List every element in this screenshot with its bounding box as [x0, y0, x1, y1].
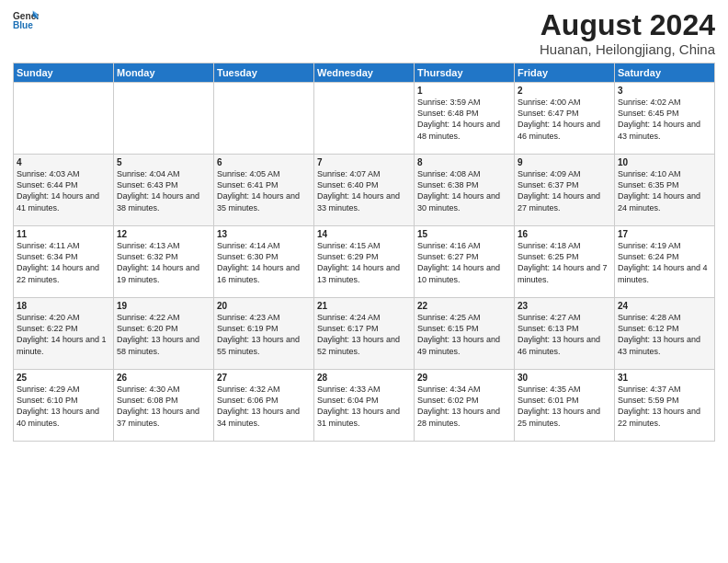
calendar-cell: 21Sunrise: 4:24 AMSunset: 6:17 PMDayligh…	[314, 298, 415, 370]
calendar-cell: 1Sunrise: 3:59 AMSunset: 6:48 PMDaylight…	[415, 83, 515, 155]
day-number: 7	[317, 157, 411, 167]
calendar-week-row: 25Sunrise: 4:29 AMSunset: 6:10 PMDayligh…	[14, 370, 715, 442]
calendar-cell: 31Sunrise: 4:37 AMSunset: 5:59 PMDayligh…	[615, 370, 715, 442]
day-info: Sunrise: 4:19 AMSunset: 6:24 PMDaylight:…	[618, 240, 711, 285]
day-number: 1	[417, 86, 511, 96]
svg-text:Blue: Blue	[13, 20, 33, 30]
calendar-week-row: 11Sunrise: 4:11 AMSunset: 6:34 PMDayligh…	[14, 226, 715, 298]
day-info: Sunrise: 4:11 AMSunset: 6:34 PMDaylight:…	[17, 240, 110, 285]
calendar-cell: 23Sunrise: 4:27 AMSunset: 6:13 PMDayligh…	[515, 298, 615, 370]
day-info: Sunrise: 4:25 AMSunset: 6:15 PMDaylight:…	[417, 312, 511, 357]
calendar-cell: 15Sunrise: 4:16 AMSunset: 6:27 PMDayligh…	[415, 226, 515, 298]
day-number: 16	[518, 229, 611, 239]
day-info: Sunrise: 4:02 AMSunset: 6:45 PMDaylight:…	[618, 97, 711, 142]
day-number: 27	[217, 373, 311, 383]
title-block: August 2024 Huanan, Heilongjiang, China	[540, 9, 715, 57]
calendar-cell: 5Sunrise: 4:04 AMSunset: 6:43 PMDaylight…	[114, 155, 214, 226]
calendar-cell: 17Sunrise: 4:19 AMSunset: 6:24 PMDayligh…	[615, 226, 715, 298]
dow-header-thursday: Thursday	[415, 63, 515, 83]
calendar-table: SundayMondayTuesdayWednesdayThursdayFrid…	[13, 63, 715, 442]
calendar-cell: 4Sunrise: 4:03 AMSunset: 6:44 PMDaylight…	[14, 155, 114, 226]
day-number: 19	[117, 301, 210, 311]
calendar-cell: 6Sunrise: 4:05 AMSunset: 6:41 PMDaylight…	[214, 155, 314, 226]
dow-header-sunday: Sunday	[14, 63, 114, 83]
day-number: 31	[618, 373, 711, 383]
calendar-week-row: 1Sunrise: 3:59 AMSunset: 6:48 PMDaylight…	[14, 83, 715, 155]
logo: General Blue	[13, 9, 39, 35]
calendar-cell: 19Sunrise: 4:22 AMSunset: 6:20 PMDayligh…	[114, 298, 214, 370]
day-number: 6	[217, 157, 311, 167]
day-number: 4	[17, 157, 110, 167]
calendar-cell: 12Sunrise: 4:13 AMSunset: 6:32 PMDayligh…	[114, 226, 214, 298]
day-info: Sunrise: 4:29 AMSunset: 6:10 PMDaylight:…	[17, 384, 110, 429]
day-number: 11	[17, 229, 110, 239]
dow-header-wednesday: Wednesday	[314, 63, 415, 83]
day-info: Sunrise: 4:04 AMSunset: 6:43 PMDaylight:…	[117, 168, 210, 213]
calendar-cell: 2Sunrise: 4:00 AMSunset: 6:47 PMDaylight…	[515, 83, 615, 155]
day-number: 26	[117, 373, 210, 383]
day-info: Sunrise: 4:35 AMSunset: 6:01 PMDaylight:…	[518, 384, 611, 429]
calendar-cell	[114, 83, 214, 155]
dow-header-monday: Monday	[114, 63, 214, 83]
day-info: Sunrise: 4:20 AMSunset: 6:22 PMDaylight:…	[17, 312, 110, 357]
day-number: 24	[618, 301, 711, 311]
day-number: 28	[317, 373, 411, 383]
day-number: 10	[618, 157, 711, 167]
calendar-cell: 20Sunrise: 4:23 AMSunset: 6:19 PMDayligh…	[214, 298, 314, 370]
day-info: Sunrise: 4:07 AMSunset: 6:40 PMDaylight:…	[317, 168, 411, 213]
calendar-body: 1Sunrise: 3:59 AMSunset: 6:48 PMDaylight…	[14, 83, 715, 442]
day-info: Sunrise: 3:59 AMSunset: 6:48 PMDaylight:…	[417, 97, 511, 142]
day-number: 29	[417, 373, 511, 383]
calendar-cell: 3Sunrise: 4:02 AMSunset: 6:45 PMDaylight…	[615, 83, 715, 155]
day-info: Sunrise: 4:14 AMSunset: 6:30 PMDaylight:…	[217, 240, 311, 285]
day-info: Sunrise: 4:32 AMSunset: 6:06 PMDaylight:…	[217, 384, 311, 429]
day-info: Sunrise: 4:03 AMSunset: 6:44 PMDaylight:…	[17, 168, 110, 213]
page-subtitle: Huanan, Heilongjiang, China	[540, 41, 715, 57]
calendar-cell: 16Sunrise: 4:18 AMSunset: 6:25 PMDayligh…	[515, 226, 615, 298]
day-number: 20	[217, 301, 311, 311]
calendar-cell	[314, 83, 415, 155]
day-number: 17	[618, 229, 711, 239]
calendar-cell: 22Sunrise: 4:25 AMSunset: 6:15 PMDayligh…	[415, 298, 515, 370]
day-info: Sunrise: 4:22 AMSunset: 6:20 PMDaylight:…	[117, 312, 210, 357]
day-info: Sunrise: 4:09 AMSunset: 6:37 PMDaylight:…	[518, 168, 611, 213]
day-info: Sunrise: 4:15 AMSunset: 6:29 PMDaylight:…	[317, 240, 411, 285]
dow-header-friday: Friday	[515, 63, 615, 83]
day-info: Sunrise: 4:27 AMSunset: 6:13 PMDaylight:…	[518, 312, 611, 357]
calendar-cell: 10Sunrise: 4:10 AMSunset: 6:35 PMDayligh…	[615, 155, 715, 226]
day-number: 21	[317, 301, 411, 311]
calendar-week-row: 4Sunrise: 4:03 AMSunset: 6:44 PMDaylight…	[14, 155, 715, 226]
day-info: Sunrise: 4:05 AMSunset: 6:41 PMDaylight:…	[217, 168, 311, 213]
day-number: 14	[317, 229, 411, 239]
day-number: 15	[417, 229, 511, 239]
day-number: 9	[518, 157, 611, 167]
calendar-cell: 18Sunrise: 4:20 AMSunset: 6:22 PMDayligh…	[14, 298, 114, 370]
day-info: Sunrise: 4:28 AMSunset: 6:12 PMDaylight:…	[618, 312, 711, 357]
day-info: Sunrise: 4:08 AMSunset: 6:38 PMDaylight:…	[417, 168, 511, 213]
day-number: 5	[117, 157, 210, 167]
calendar-header-row: SundayMondayTuesdayWednesdayThursdayFrid…	[14, 63, 715, 83]
page-header: General Blue August 2024 Huanan, Heilong…	[13, 9, 715, 57]
dow-header-saturday: Saturday	[615, 63, 715, 83]
day-number: 18	[17, 301, 110, 311]
page-title: August 2024	[540, 9, 715, 41]
day-info: Sunrise: 4:37 AMSunset: 5:59 PMDaylight:…	[618, 384, 711, 429]
day-number: 30	[518, 373, 611, 383]
day-number: 23	[518, 301, 611, 311]
day-info: Sunrise: 4:33 AMSunset: 6:04 PMDaylight:…	[317, 384, 411, 429]
calendar-cell	[214, 83, 314, 155]
calendar-cell: 11Sunrise: 4:11 AMSunset: 6:34 PMDayligh…	[14, 226, 114, 298]
calendar-cell: 30Sunrise: 4:35 AMSunset: 6:01 PMDayligh…	[515, 370, 615, 442]
day-number: 8	[417, 157, 511, 167]
generalblue-logo-icon: General Blue	[13, 9, 39, 35]
calendar-cell: 26Sunrise: 4:30 AMSunset: 6:08 PMDayligh…	[114, 370, 214, 442]
day-info: Sunrise: 4:16 AMSunset: 6:27 PMDaylight:…	[417, 240, 511, 285]
day-number: 22	[417, 301, 511, 311]
day-number: 13	[217, 229, 311, 239]
calendar-cell: 9Sunrise: 4:09 AMSunset: 6:37 PMDaylight…	[515, 155, 615, 226]
calendar-cell: 28Sunrise: 4:33 AMSunset: 6:04 PMDayligh…	[314, 370, 415, 442]
day-number: 2	[518, 86, 611, 96]
calendar-cell: 7Sunrise: 4:07 AMSunset: 6:40 PMDaylight…	[314, 155, 415, 226]
day-info: Sunrise: 4:30 AMSunset: 6:08 PMDaylight:…	[117, 384, 210, 429]
day-info: Sunrise: 4:24 AMSunset: 6:17 PMDaylight:…	[317, 312, 411, 357]
